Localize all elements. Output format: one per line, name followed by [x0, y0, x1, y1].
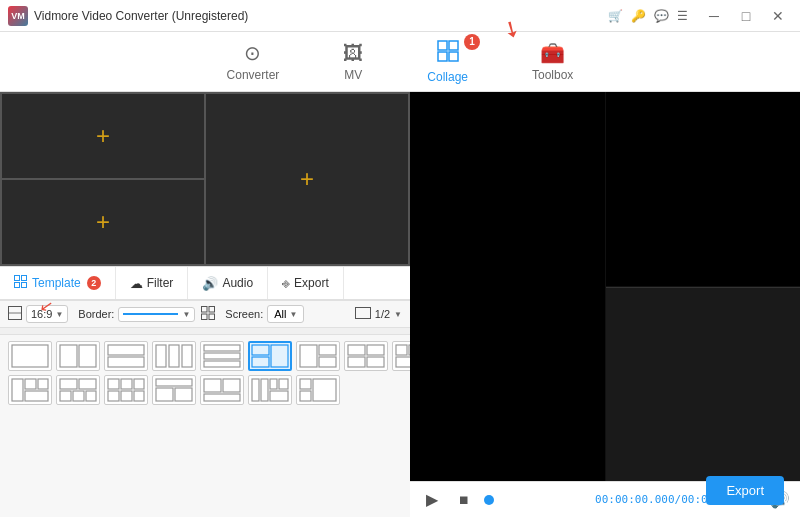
ratio-icon [355, 307, 371, 321]
template-3[interactable] [104, 341, 148, 371]
add-media-icon-2: + [300, 167, 314, 191]
border-label: Border: [78, 308, 114, 320]
tab-audio-label: Audio [222, 276, 253, 290]
menu-icon[interactable]: ☰ [677, 9, 688, 23]
tab-template[interactable]: Template 2 ↙ [0, 267, 116, 299]
svg-rect-14 [355, 308, 370, 319]
svg-rect-11 [209, 306, 215, 312]
template-tab-icon [14, 275, 28, 292]
screen-dropdown-arrow: ▼ [290, 310, 298, 319]
template-7[interactable] [296, 341, 340, 371]
svg-rect-10 [202, 306, 208, 312]
svg-rect-19 [108, 357, 144, 367]
template-8[interactable] [344, 341, 388, 371]
template-21[interactable] [296, 375, 340, 405]
svg-rect-34 [348, 357, 365, 367]
title-bar-left: VM Vidmore Video Converter (Unregistered… [8, 6, 248, 26]
svg-rect-39 [396, 357, 410, 367]
svg-rect-2 [438, 52, 447, 61]
left-column: + + + Template 2 ↙ ☁ Filter [0, 92, 410, 517]
svg-rect-4 [15, 275, 20, 280]
tab-mv[interactable]: 🖼 MV [331, 36, 375, 88]
svg-rect-3 [449, 52, 458, 61]
template-19[interactable] [200, 375, 244, 405]
tab-toolbox[interactable]: 🧰 Toolbox [520, 35, 585, 88]
template-18[interactable] [152, 375, 196, 405]
template-9[interactable] [392, 341, 410, 371]
tab-audio[interactable]: 🔊 Audio [188, 267, 268, 299]
collage-cell-bottom-left[interactable]: + [2, 180, 204, 264]
svg-rect-25 [204, 361, 240, 367]
svg-rect-32 [348, 345, 365, 355]
filter-icon: ☁ [130, 276, 143, 291]
svg-rect-69 [108, 379, 119, 389]
template-4[interactable] [152, 341, 196, 371]
minimize-button[interactable]: ─ [700, 5, 728, 27]
screen-select[interactable]: All ▼ [267, 305, 304, 323]
border-line [123, 313, 178, 315]
collage-cell-top-left[interactable]: + [2, 94, 204, 178]
screen-group: Screen: All ▼ [225, 305, 304, 323]
stop-button[interactable]: ⏹ [452, 488, 476, 512]
svg-rect-36 [396, 345, 407, 355]
template-6[interactable] [248, 341, 292, 371]
template-20[interactable] [248, 375, 292, 405]
template-17[interactable] [104, 375, 148, 405]
svg-rect-66 [60, 391, 71, 401]
tab-toolbox-label: Toolbox [532, 68, 573, 82]
svg-rect-27 [252, 357, 269, 367]
cart-icon[interactable]: 🛒 [608, 9, 623, 23]
template-15[interactable] [8, 375, 52, 405]
svg-rect-21 [169, 345, 179, 367]
key-icon[interactable]: 🔑 [631, 9, 646, 23]
svg-rect-87 [313, 379, 336, 401]
tab-converter[interactable]: ⊙ Converter [215, 35, 292, 88]
svg-rect-15 [12, 345, 48, 367]
collage-cell-right-large[interactable]: + [206, 94, 408, 264]
template-16[interactable] [56, 375, 100, 405]
svg-rect-74 [134, 391, 144, 401]
tab-filter[interactable]: ☁ Filter [116, 267, 189, 299]
svg-rect-5 [22, 275, 27, 280]
svg-rect-73 [121, 391, 132, 401]
svg-rect-30 [319, 345, 336, 355]
export-button[interactable]: Export [706, 476, 784, 505]
title-bar-icons: 🛒 🔑 💬 ☰ [608, 9, 688, 23]
title-bar: VM Vidmore Video Converter (Unregistered… [0, 0, 800, 32]
screen-value: All [274, 308, 286, 320]
svg-rect-85 [270, 391, 288, 401]
play-button[interactable]: ▶ [420, 488, 444, 512]
ratio-fraction-arrow[interactable]: ▼ [394, 310, 402, 319]
ratio-dropdown-arrow: ▼ [55, 310, 63, 319]
svg-rect-61 [25, 379, 36, 389]
svg-rect-22 [182, 345, 192, 367]
svg-rect-84 [279, 379, 288, 389]
tab-export[interactable]: ⎆ Export [268, 267, 344, 299]
converter-icon: ⊙ [244, 41, 261, 65]
border-dropdown-arrow: ▼ [182, 310, 190, 319]
template-2[interactable] [56, 341, 100, 371]
svg-rect-29 [300, 345, 317, 367]
audio-icon: 🔊 [202, 276, 218, 291]
tab-collage-label: Collage [427, 70, 468, 84]
template-1[interactable] [8, 341, 52, 371]
options-row: 16:9 ▼ Border: ▼ Screen: All ▼ [0, 300, 410, 328]
svg-rect-70 [121, 379, 132, 389]
title-bar-controls: 🛒 🔑 💬 ☰ ─ □ ✕ [608, 5, 792, 27]
border-control[interactable]: ▼ [118, 307, 195, 322]
svg-rect-26 [252, 345, 269, 355]
svg-rect-33 [367, 345, 384, 355]
tab-mv-label: MV [344, 68, 362, 82]
svg-rect-80 [204, 394, 240, 401]
chat-icon[interactable]: 💬 [654, 9, 669, 23]
ratio-group: 16:9 ▼ [8, 305, 68, 323]
mv-icon: 🖼 [343, 42, 363, 65]
svg-rect-63 [25, 391, 48, 401]
tab-export-label: Export [294, 276, 329, 290]
tab-collage[interactable]: Collage 1 ➘ [415, 34, 480, 90]
template-5[interactable] [200, 341, 244, 371]
maximize-button[interactable]: □ [732, 5, 760, 27]
svg-rect-20 [156, 345, 166, 367]
close-button[interactable]: ✕ [764, 5, 792, 27]
toolbox-icon: 🧰 [540, 41, 565, 65]
